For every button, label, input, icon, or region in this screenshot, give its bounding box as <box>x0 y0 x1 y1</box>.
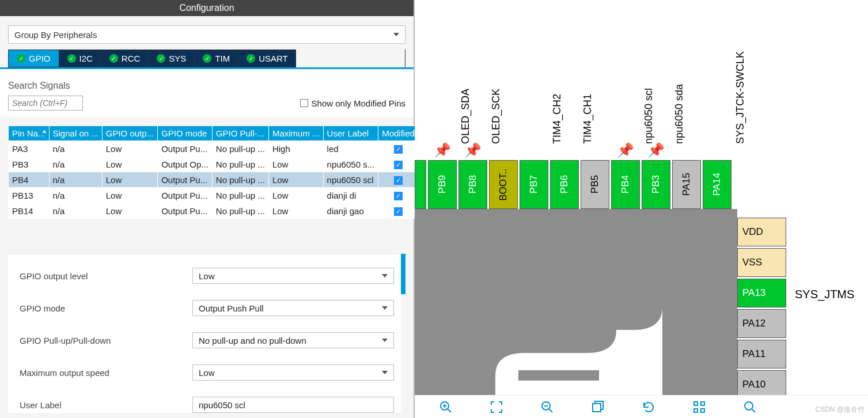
table-row[interactable]: PB14n/aLowOutput Pu...No pull-up ...Lowd… <box>9 203 419 219</box>
table-row[interactable]: PB13n/aLowOutput Pu...No pull-up ...Lowd… <box>9 188 419 203</box>
pin-BOOT..[interactable]: BOOT.. <box>489 160 518 209</box>
chevron-down-icon <box>393 33 399 36</box>
pin-label: npu6050 sda <box>673 84 685 144</box>
table-cell: No pull-up ... <box>212 188 268 203</box>
svg-rect-8 <box>593 404 601 412</box>
svg-line-6 <box>549 409 552 412</box>
pin-PB7[interactable]: PB7 <box>520 160 548 209</box>
checked-icon: ✓ <box>394 176 403 185</box>
property-select[interactable]: Low <box>192 364 394 381</box>
check-icon: ✓ <box>109 54 118 63</box>
table-cell: Output Op... <box>158 157 213 172</box>
chevron-down-icon <box>382 306 388 310</box>
table-cell: Low <box>102 172 157 188</box>
checkbox-icon <box>300 99 308 107</box>
layers-icon[interactable] <box>590 399 606 415</box>
pin-PB4[interactable]: PB4📌 <box>611 160 640 209</box>
check-icon: ✓ <box>203 54 211 63</box>
svg-line-2 <box>448 409 451 412</box>
table-cell: Low <box>102 203 157 219</box>
table-row[interactable]: PB3n/aLowOutput Op...No pull-up ...Lownp… <box>9 157 419 172</box>
col-header[interactable]: Maximum ... <box>268 126 323 141</box>
modified-cell: ✓ <box>378 172 419 188</box>
col-header[interactable]: GPIO outp... <box>102 126 157 141</box>
pin-tack-icon: 📌 <box>464 142 482 158</box>
table-row[interactable]: PA3n/aLowOutput Pu...No pull-up ...Highl… <box>9 141 419 157</box>
pin-PA11[interactable]: PA11 <box>737 340 786 368</box>
table-cell: npu6050 s... <box>323 157 378 172</box>
watermark: CSDN @洛音竹 <box>815 405 865 415</box>
pin-PA15[interactable]: PA15 <box>672 160 701 209</box>
pin-PB6[interactable]: PB6 <box>550 160 579 209</box>
group-by-value: Group By Peripherals <box>14 30 97 40</box>
tab-rcc[interactable]: ✓RCC <box>101 50 149 67</box>
pin-tack-icon: 📌 <box>617 142 634 158</box>
pin-PA13[interactable]: PA13 <box>737 279 786 307</box>
property-select[interactable]: Output Push Pull <box>192 300 394 316</box>
chevron-down-icon <box>382 274 388 278</box>
col-header[interactable]: GPIO mode <box>158 126 213 141</box>
pin-PB8[interactable]: PB8📌 <box>458 160 487 209</box>
table-cell: No pull-up ... <box>212 172 268 188</box>
col-header[interactable]: Modified <box>378 126 419 141</box>
tab-usart[interactable]: ✓USART <box>238 50 296 67</box>
zoom-out-icon[interactable] <box>539 399 555 415</box>
col-header[interactable]: Signal on ... <box>49 126 102 141</box>
checked-icon: ✓ <box>394 207 403 216</box>
show-modified-checkbox[interactable]: Show only Modified Pins <box>300 98 405 108</box>
sort-icon <box>42 130 47 133</box>
pin-PB5[interactable]: PB5 <box>581 160 609 209</box>
search-input[interactable] <box>8 96 83 111</box>
col-header[interactable]: GPIO Pull-... <box>212 126 268 141</box>
table-cell: Low <box>268 203 323 219</box>
table-cell: dianji gao <box>323 203 378 219</box>
pin-edge[interactable] <box>415 160 426 209</box>
property-select[interactable]: No pull-up and no pull-down <box>192 332 394 348</box>
checked-icon: ✓ <box>394 145 403 154</box>
tab-i2c[interactable]: ✓I2C <box>59 50 101 67</box>
table-cell: PB14 <box>9 203 50 219</box>
table-cell: Output Pu... <box>158 141 213 157</box>
table-cell: Low <box>102 157 157 172</box>
group-by-select[interactable]: Group By Peripherals <box>8 25 405 44</box>
scrollbar[interactable] <box>401 254 405 413</box>
property-label: GPIO mode <box>20 303 192 313</box>
property-select[interactable]: Low <box>192 268 394 284</box>
table-cell: Output Pu... <box>158 172 213 188</box>
check-icon: ✓ <box>247 54 255 63</box>
pin-VSS[interactable]: VSS <box>737 248 786 277</box>
pin-label: OLED_SCK <box>490 89 502 144</box>
gpio-table: Pin Na...Signal on ...GPIO outp...GPIO m… <box>8 126 419 219</box>
pin-VDD[interactable]: VDD <box>737 218 786 246</box>
pin-PA14[interactable]: PA14 <box>703 160 731 209</box>
fit-icon[interactable] <box>488 399 505 415</box>
rotate-icon[interactable] <box>640 399 657 415</box>
table-cell: npu6050 scl <box>323 172 378 188</box>
pin-top-row: PB9📌PB8📌BOOT..PB7PB6PB5PB4📌PB3📌PA15PA14 <box>415 160 733 209</box>
checked-icon: ✓ <box>394 161 403 169</box>
check-icon: ✓ <box>17 54 25 63</box>
peripheral-tabs: ✓GPIO✓I2C✓RCC✓SYS✓TIM✓USART <box>8 50 405 67</box>
pinout-view[interactable]: OLED_SDAOLED_SCKTIM4_CH2TIM4_CH1npu6050 … <box>415 0 868 418</box>
col-header[interactable]: User Label <box>323 126 378 141</box>
property-input[interactable] <box>192 397 394 413</box>
search-icon[interactable] <box>742 399 758 415</box>
table-cell: Low <box>268 172 323 188</box>
table-row[interactable]: PB4n/aLowOutput Pu...No pull-up ...Lownp… <box>9 172 419 188</box>
check-icon: ✓ <box>157 54 165 63</box>
property-label: GPIO output level <box>20 271 192 281</box>
pin-PA12[interactable]: PA12 <box>737 309 786 338</box>
check-icon: ✓ <box>67 54 76 63</box>
tab-sys[interactable]: ✓SYS <box>148 50 194 67</box>
table-cell: n/a <box>49 188 102 203</box>
table-cell: No pull-up ... <box>212 203 268 219</box>
col-header[interactable]: Pin Na... <box>9 126 50 141</box>
pin-PB3[interactable]: PB3📌 <box>642 160 670 209</box>
svg-rect-0 <box>518 370 599 381</box>
scrollbar-thumb[interactable] <box>401 254 405 294</box>
zoom-in-icon[interactable] <box>438 399 454 415</box>
tab-tim[interactable]: ✓TIM <box>194 50 238 67</box>
grid-icon[interactable] <box>691 399 707 415</box>
tab-gpio[interactable]: ✓GPIO <box>8 50 59 67</box>
pin-PB9[interactable]: PB9📌 <box>428 160 457 209</box>
